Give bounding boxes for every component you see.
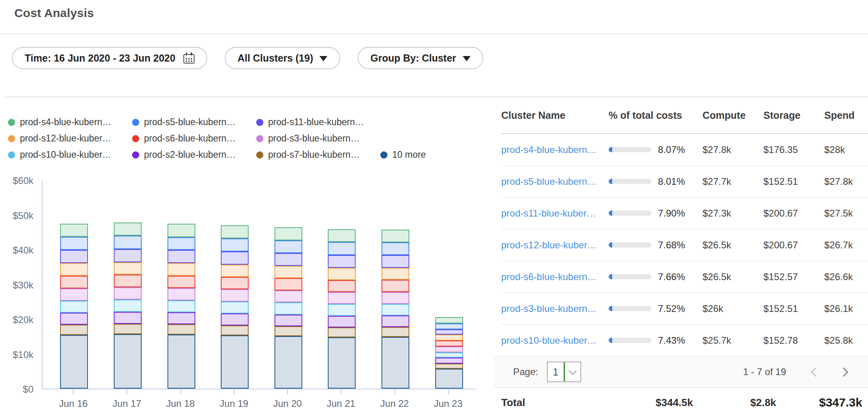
bar-segment[interactable]: [274, 266, 302, 278]
legend-item[interactable]: prod-s11-blue-kubern…: [256, 117, 364, 128]
next-page-button[interactable]: [836, 363, 854, 381]
legend-item[interactable]: prod-s10-blue-kuber…: [8, 149, 132, 160]
bar-segment[interactable]: [221, 252, 249, 264]
prev-page-button[interactable]: [805, 363, 823, 381]
cluster-name-link[interactable]: prod-s5-blue-kubern…: [501, 176, 597, 187]
bar-segment[interactable]: [60, 335, 88, 389]
bar-segment[interactable]: [435, 341, 463, 346]
bar-segment[interactable]: [114, 223, 142, 236]
legend-item[interactable]: prod-s5-blue-kubern…: [132, 117, 256, 128]
bar-segment[interactable]: [221, 325, 249, 335]
bar-segment[interactable]: [221, 265, 249, 277]
bar-segment[interactable]: [435, 346, 463, 352]
bar-segment[interactable]: [274, 278, 302, 290]
bar-segment[interactable]: [221, 225, 249, 238]
bar-segment[interactable]: [221, 289, 249, 302]
cluster-name-link[interactable]: prod-s10-blue-kuber…: [501, 335, 597, 346]
bar-segment[interactable]: [381, 327, 409, 337]
bar-segment[interactable]: [328, 304, 356, 316]
bar-segment[interactable]: [167, 324, 195, 334]
bar-segment[interactable]: [435, 329, 463, 335]
bar-segment[interactable]: [114, 249, 142, 262]
bar-segment[interactable]: [381, 268, 409, 280]
bar-segment[interactable]: [167, 250, 195, 263]
bar-segment[interactable]: [274, 326, 302, 336]
bar-segment[interactable]: [381, 315, 409, 327]
bar-segment[interactable]: [60, 237, 88, 250]
bar-segment[interactable]: [167, 237, 195, 250]
bar-segment[interactable]: [381, 280, 409, 292]
bar-segment[interactable]: [274, 336, 302, 389]
bar-segment[interactable]: [328, 327, 356, 337]
cluster-name-link[interactable]: prod-s6-blue-kubern…: [501, 271, 597, 282]
bar-segment[interactable]: [60, 250, 88, 263]
bar-segment[interactable]: [328, 280, 356, 292]
group-by-filter[interactable]: Group By: Cluster: [358, 47, 483, 69]
bar-segment[interactable]: [328, 337, 356, 389]
bar-segment[interactable]: [114, 262, 142, 275]
bar-segment[interactable]: [114, 236, 142, 249]
bar-segment[interactable]: [381, 337, 409, 389]
bar-segment[interactable]: [221, 335, 249, 389]
cluster-name-link[interactable]: prod-s4-blue-kubern…: [501, 144, 597, 155]
bar-segment[interactable]: [328, 316, 356, 327]
bar-segment[interactable]: [435, 317, 463, 323]
bar-segment[interactable]: [435, 352, 463, 358]
bar-segment[interactable]: [167, 276, 195, 288]
bar-segment[interactable]: [60, 288, 88, 301]
bar-segment[interactable]: [221, 277, 249, 289]
bar-segment[interactable]: [60, 276, 88, 288]
bar-segment[interactable]: [60, 325, 88, 335]
bar-segment[interactable]: [435, 364, 463, 369]
bar-segment[interactable]: [221, 314, 249, 325]
bar-segment[interactable]: [435, 369, 463, 389]
bar-segment[interactable]: [167, 263, 195, 276]
bar-segment[interactable]: [60, 313, 88, 325]
legend-item[interactable]: prod-s12-blue-kuber…: [8, 133, 132, 144]
bar-segment[interactable]: [435, 335, 463, 341]
bar-segment[interactable]: [114, 334, 142, 389]
cluster-name-link[interactable]: prod-s11-blue-kuber…: [501, 208, 596, 219]
bar-segment[interactable]: [114, 275, 142, 287]
bar-segment[interactable]: [274, 315, 302, 326]
bar-segment[interactable]: [114, 324, 142, 334]
bar-segment[interactable]: [274, 240, 302, 253]
bar-segment[interactable]: [435, 323, 463, 330]
clusters-filter[interactable]: All Clusters (19): [225, 47, 340, 69]
legend-item[interactable]: 10 more: [380, 149, 426, 160]
bar-segment[interactable]: [167, 224, 195, 237]
bar-segment[interactable]: [114, 300, 142, 312]
bar-segment[interactable]: [114, 312, 142, 324]
legend-item[interactable]: prod-s3-blue-kubern…: [256, 133, 360, 144]
bar-segment[interactable]: [381, 230, 409, 242]
page-select[interactable]: 1: [547, 362, 581, 382]
legend-item[interactable]: prod-s6-blue-kubern…: [132, 133, 256, 144]
bar-segment[interactable]: [381, 304, 409, 316]
bar-segment[interactable]: [328, 292, 356, 304]
cluster-name-link[interactable]: prod-s12-blue-kuber…: [501, 240, 597, 250]
bar-segment[interactable]: [328, 255, 356, 268]
bar-segment[interactable]: [60, 224, 88, 237]
cluster-name-link[interactable]: prod-s3-blue-kubern…: [501, 303, 597, 314]
bar-segment[interactable]: [274, 253, 302, 266]
bar-segment[interactable]: [381, 255, 409, 268]
legend-item[interactable]: prod-s4-blue-kubern…: [8, 117, 132, 128]
legend-item[interactable]: prod-s7-blue-kubern…: [256, 149, 380, 160]
bar-segment[interactable]: [221, 302, 249, 314]
bar-segment[interactable]: [274, 227, 302, 240]
time-range-filter[interactable]: Time: 16 Jun 2020 - 23 Jun 2020: [12, 47, 207, 69]
bar-segment[interactable]: [167, 312, 195, 324]
bar-segment[interactable]: [435, 358, 463, 364]
legend-item[interactable]: prod-s2-blue-kubern…: [132, 149, 256, 160]
bar-segment[interactable]: [328, 242, 356, 255]
bar-segment[interactable]: [167, 300, 195, 313]
bar-segment[interactable]: [60, 301, 88, 313]
bar-segment[interactable]: [60, 263, 88, 276]
bar-segment[interactable]: [381, 292, 409, 304]
bar-segment[interactable]: [381, 242, 409, 255]
bar-segment[interactable]: [221, 238, 249, 252]
bar-segment[interactable]: [167, 335, 195, 389]
bar-segment[interactable]: [328, 229, 356, 242]
bar-segment[interactable]: [167, 288, 195, 300]
bar-segment[interactable]: [328, 268, 356, 280]
